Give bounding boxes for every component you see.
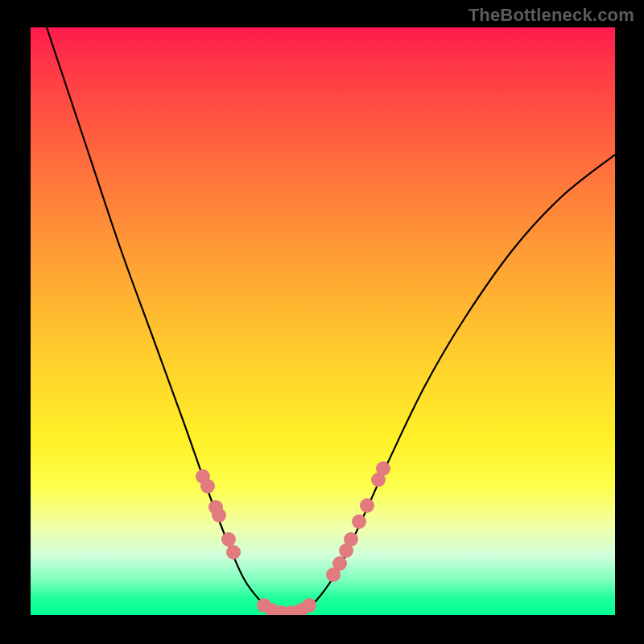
- data-point: [200, 479, 215, 493]
- bottleneck-curve: [47, 27, 615, 613]
- watermark-text: TheBottleneck.com: [469, 5, 634, 26]
- data-point: [302, 598, 316, 613]
- data-point: [212, 508, 226, 522]
- data-point: [226, 545, 241, 559]
- scatter-layer: [196, 461, 390, 615]
- data-point: [352, 514, 366, 529]
- data-point: [360, 498, 374, 513]
- data-point: [332, 556, 347, 571]
- data-point: [376, 461, 390, 476]
- data-point: [221, 532, 236, 547]
- chart-svg: [31, 27, 615, 615]
- chart-frame: TheBottleneck.com: [0, 0, 644, 644]
- plot-area: [31, 27, 615, 615]
- data-point: [344, 532, 358, 547]
